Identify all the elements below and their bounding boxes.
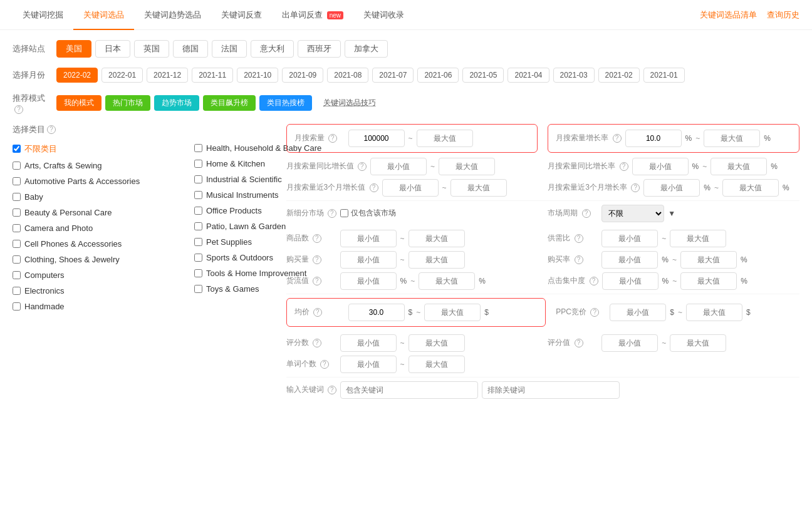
cat-arts[interactable]: Arts, Crafts & Sewing [13, 159, 188, 172]
3m-rate-min[interactable] [643, 179, 700, 197]
purchase-volume-help[interactable]: ? [313, 255, 321, 264]
purchase-rate-max[interactable] [680, 251, 737, 269]
mode-btn-hot-search[interactable]: 类目热搜榜 [259, 95, 312, 111]
month-btn-2021-09[interactable]: 2021-09 [282, 68, 323, 83]
new-sub-market-checkbox-label[interactable]: 仅包含该市场 [340, 208, 396, 218]
avg-price-max[interactable] [424, 304, 481, 321]
purchase-volume-max[interactable] [409, 251, 465, 269]
cat-beauty-checkbox[interactable] [13, 208, 21, 217]
supply-demand-help[interactable]: ? [575, 234, 583, 243]
cat-home-kitchen-checkbox[interactable] [194, 160, 202, 168]
cat-automotive-checkbox[interactable] [13, 177, 21, 185]
market-cycle-select[interactable]: 不限 [601, 205, 664, 222]
month-btn-2021-10[interactable]: 2021-10 [237, 68, 278, 83]
yoy-max[interactable] [439, 158, 495, 175]
mode-btn-trend[interactable]: 趋势市场 [154, 95, 199, 111]
cat-beauty[interactable]: Beauty & Personal Care [13, 206, 188, 219]
month-btn-2021-08[interactable]: 2021-08 [327, 68, 368, 83]
rating-min[interactable] [601, 334, 658, 352]
cat-industrial-checkbox[interactable] [194, 175, 202, 183]
cat-clothing-checkbox[interactable] [13, 255, 21, 264]
cat-camera-checkbox[interactable] [13, 224, 21, 232]
monthly-search-max[interactable] [417, 130, 473, 147]
supply-demand-max[interactable] [670, 230, 726, 247]
product-count-max[interactable] [409, 230, 465, 247]
month-btn-2021-06[interactable]: 2021-06 [417, 68, 459, 83]
mode-btn-my[interactable]: 我的模式 [56, 95, 102, 111]
3m-min[interactable] [382, 179, 439, 197]
purchase-volume-min[interactable] [340, 251, 397, 269]
monthly-growth-rate-help[interactable]: ? [613, 134, 622, 143]
cat-musical-checkbox[interactable] [194, 191, 202, 199]
rating-max[interactable] [670, 334, 726, 352]
month-btn-2021-02[interactable]: 2021-02 [598, 68, 640, 83]
review-count-help[interactable]: ? [313, 339, 321, 347]
ppc-bid-max[interactable] [686, 304, 742, 321]
cat-computers-checkbox[interactable] [13, 271, 21, 279]
word-count-min[interactable] [340, 356, 397, 373]
nav-item-trend-selection[interactable]: 关键词趋势选品 [134, 0, 211, 30]
month-btn-2021-01[interactable]: 2021-01 [643, 68, 685, 83]
site-btn-uk[interactable]: 英国 [134, 40, 169, 58]
cat-electronics[interactable]: Electronics [13, 284, 188, 297]
purchase-rate-help[interactable]: ? [575, 255, 583, 264]
3m-max[interactable] [450, 179, 507, 197]
cat-clothing[interactable]: Clothing, Shoes & Jewelry [13, 253, 188, 266]
cat-no-limit[interactable]: 不限类目 [13, 141, 188, 157]
supply-demand-min[interactable] [601, 230, 658, 247]
cat-computers[interactable]: Computers [13, 269, 188, 282]
cat-cell-phones[interactable]: Cell Phones & Accessories [13, 237, 188, 250]
cat-toys-checkbox[interactable] [194, 285, 202, 293]
cat-office-checkbox[interactable] [194, 207, 202, 215]
nav-item-keyword-collection[interactable]: 关键词收录 [353, 0, 414, 30]
avg-price-help[interactable]: ? [313, 308, 322, 317]
new-sub-market-checkbox[interactable] [340, 209, 348, 217]
yoy-rate-max[interactable] [710, 158, 767, 175]
month-btn-2021-04[interactable]: 2021-04 [508, 68, 549, 83]
nav-item-order-reverse[interactable]: 出单词反查 new [272, 0, 353, 30]
mode-btn-soar[interactable]: 类目飙升榜 [203, 95, 256, 111]
word-count-max[interactable] [409, 356, 465, 373]
cat-baby-checkbox[interactable] [13, 193, 21, 201]
cargo-flow-min[interactable] [340, 272, 397, 290]
site-btn-ca[interactable]: 加拿大 [345, 40, 388, 58]
month-btn-2021-12[interactable]: 2021-12 [147, 68, 188, 83]
monthly-search-min[interactable] [348, 130, 405, 147]
mode-btn-tips[interactable]: 关键词选品技巧 [316, 95, 383, 111]
cat-patio-checkbox[interactable] [194, 222, 202, 230]
monthly-growth-rate-min[interactable] [625, 130, 682, 147]
site-btn-es[interactable]: 西班牙 [298, 40, 341, 58]
month-btn-2022-01[interactable]: 2022-01 [102, 68, 143, 83]
cat-sports-checkbox[interactable] [194, 254, 202, 262]
click-concentration-min[interactable] [602, 272, 658, 290]
cat-camera[interactable]: Camera and Photo [13, 222, 188, 235]
mode-help-icon[interactable]: ? [14, 105, 23, 114]
site-btn-jp[interactable]: 日本 [95, 40, 130, 58]
keyword-input-help[interactable]: ? [328, 386, 336, 394]
monthly-search-help[interactable]: ? [328, 134, 337, 143]
cargo-flow-help[interactable]: ? [313, 277, 321, 285]
rating-help[interactable]: ? [575, 339, 583, 347]
site-btn-us[interactable]: 美国 [56, 40, 91, 58]
nav-item-keyword-mining[interactable]: 关键词挖掘 [13, 0, 73, 30]
nav-item-keyword-reverse[interactable]: 关键词反查 [211, 0, 272, 30]
new-sub-market-help[interactable]: ? [328, 209, 336, 218]
cat-baby[interactable]: Baby [13, 190, 188, 203]
click-concentration-max[interactable] [680, 272, 737, 290]
review-count-min[interactable] [340, 334, 397, 352]
yoy-help[interactable]: ? [358, 162, 367, 171]
yoy-rate-min[interactable] [632, 158, 689, 175]
product-count-min[interactable] [340, 230, 397, 247]
avg-price-min[interactable] [348, 304, 405, 321]
site-btn-de[interactable]: 德国 [173, 40, 208, 58]
month-btn-2021-07[interactable]: 2021-07 [372, 68, 414, 83]
category-help-icon[interactable]: ? [47, 125, 56, 134]
cat-pet-checkbox[interactable] [194, 238, 202, 246]
cat-no-limit-checkbox[interactable] [13, 145, 21, 153]
keyword-include-input[interactable] [340, 381, 478, 399]
3m-help[interactable]: ? [370, 183, 378, 192]
keyword-exclude-input[interactable] [482, 381, 620, 399]
cat-arts-checkbox[interactable] [13, 162, 21, 170]
mode-btn-hot[interactable]: 热门市场 [105, 95, 150, 111]
cat-handmade[interactable]: Handmade [13, 300, 188, 313]
